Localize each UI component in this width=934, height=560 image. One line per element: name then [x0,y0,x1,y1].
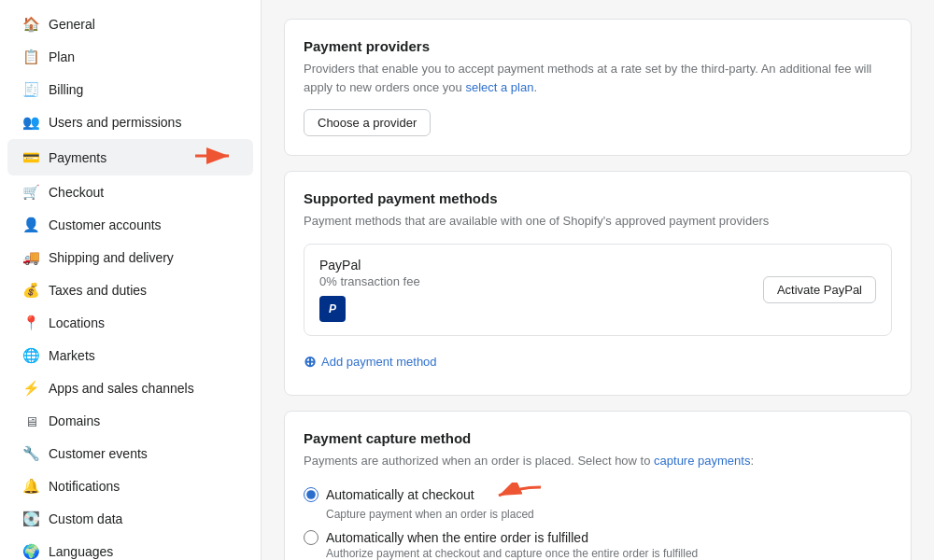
taxes-icon: 💰 [22,282,39,299]
sidebar-item-notifications[interactable]: 🔔Notifications [7,470,253,502]
capture-option-sublabel-auto-checkout: Capture payment when an order is placed [326,508,892,521]
capture-radio-label-auto-fulfilled[interactable]: Automatically when the entire order is f… [304,530,892,545]
payment-capture-card: Payment capture method Payments are auth… [284,411,912,561]
sidebar: 🏠General📋Plan🧾Billing👥Users and permissi… [0,0,262,560]
checkout-icon: 🛒 [22,184,39,201]
sidebar-item-apps[interactable]: ⚡Apps and sales channels [7,372,253,404]
sidebar-label-domains: Domains [49,413,238,428]
plus-icon: ⊕ [304,353,316,371]
general-icon: 🏠 [22,16,39,33]
sidebar-label-markets: Markets [49,348,238,363]
supported-methods-card: Supported payment methods Payment method… [284,171,912,396]
sidebar-label-customer-events: Customer events [49,446,238,461]
paypal-logo: P [319,296,346,322]
sidebar-item-general[interactable]: 🏠General [7,8,253,40]
customer-events-icon: 🔧 [22,445,39,462]
sidebar-item-custom-data[interactable]: 💽Custom data [7,503,253,535]
custom-data-icon: 💽 [22,511,39,527]
sidebar-label-locations: Locations [49,315,238,330]
sidebar-item-taxes[interactable]: 💰Taxes and duties [7,274,253,306]
capture-radio-auto-fulfilled[interactable] [304,530,318,545]
users-icon: 👥 [22,114,39,131]
sidebar-item-payments[interactable]: 💳Payments [7,139,253,175]
activate-paypal-button[interactable]: Activate PayPal [763,276,876,303]
capture-option-label-auto-fulfilled: Automatically when the entire order is f… [326,530,588,545]
paypal-info: PayPal 0% transaction fee P [319,258,420,322]
capture-payments-link[interactable]: capture payments [654,454,750,468]
sidebar-label-customer-accounts: Customer accounts [49,217,238,232]
locations-icon: 📍 [22,315,39,331]
sidebar-label-billing: Billing [49,82,238,97]
apps-icon: ⚡ [22,380,39,397]
payment-providers-title: Payment providers [304,38,892,54]
billing-icon: 🧾 [22,81,39,98]
capture-option-label-auto-checkout: Automatically at checkout [326,487,474,502]
languages-icon: 🌍 [22,543,39,560]
plan-icon: 📋 [22,49,39,65]
sidebar-label-notifications: Notifications [49,479,238,494]
auto-checkout-arrow-annotation [489,483,545,506]
supported-methods-title: Supported payment methods [304,190,892,206]
payments-arrow-annotation [193,147,238,168]
shipping-icon: 🚚 [22,249,39,266]
payment-providers-card: Payment providers Providers that enable … [284,19,912,156]
sidebar-label-general: General [49,17,238,32]
payments-icon: 💳 [22,149,39,166]
capture-method-desc: Payments are authorized when an order is… [304,452,892,470]
sidebar-item-languages[interactable]: 🌍Languages [7,536,253,560]
capture-option-sublabel-auto-fulfilled: Authorize payment at checkout and captur… [326,547,892,560]
capture-radio-label-auto-checkout[interactable]: Automatically at checkout [304,483,892,506]
sidebar-item-plan[interactable]: 📋Plan [7,41,253,73]
sidebar-label-users: Users and permissions [49,115,238,130]
sidebar-label-custom-data: Custom data [49,511,238,526]
sidebar-item-locations[interactable]: 📍Locations [7,307,253,339]
notifications-icon: 🔔 [22,478,39,495]
main-content: Payment providers Providers that enable … [262,0,934,560]
sidebar-label-checkout: Checkout [49,185,238,200]
sidebar-item-customer-events[interactable]: 🔧Customer events [7,438,253,469]
sidebar-label-plan: Plan [49,49,238,64]
capture-option-auto-fulfilled: Automatically when the entire order is f… [304,530,892,560]
capture-option-auto-checkout: Automatically at checkout Capture paymen… [304,483,892,521]
payment-providers-desc: Providers that enable you to accept paym… [304,60,892,96]
sidebar-item-customer-accounts[interactable]: 👤Customer accounts [7,209,253,241]
capture-radio-auto-checkout[interactable] [304,487,318,502]
sidebar-label-payments: Payments [49,150,184,165]
sidebar-item-shipping[interactable]: 🚚Shipping and delivery [7,242,253,273]
markets-icon: 🌐 [22,347,39,364]
sidebar-item-markets[interactable]: 🌐Markets [7,340,253,371]
domains-icon: 🖥 [22,413,39,429]
supported-methods-desc: Payment methods that are available with … [304,212,892,231]
choose-provider-button[interactable]: Choose a provider [304,109,431,136]
capture-options: Automatically at checkout Capture paymen… [304,483,892,560]
sidebar-label-apps: Apps and sales channels [49,381,238,396]
add-payment-method-link[interactable]: ⊕ Add payment method [304,347,892,376]
sidebar-item-domains[interactable]: 🖥Domains [7,405,253,437]
paypal-name: PayPal [319,258,420,273]
sidebar-label-languages: Languages [49,544,238,559]
sidebar-label-taxes: Taxes and duties [49,283,238,298]
capture-method-title: Payment capture method [304,430,892,446]
sidebar-item-billing[interactable]: 🧾Billing [7,74,253,105]
customer-accounts-icon: 👤 [22,217,39,233]
paypal-fee: 0% transaction fee [319,274,420,288]
sidebar-item-users[interactable]: 👥Users and permissions [7,106,253,138]
sidebar-label-shipping: Shipping and delivery [49,250,238,265]
select-plan-link[interactable]: select a plan [465,80,533,94]
sidebar-item-checkout[interactable]: 🛒Checkout [7,176,253,208]
paypal-section: PayPal 0% transaction fee P Activate Pay… [304,244,892,336]
